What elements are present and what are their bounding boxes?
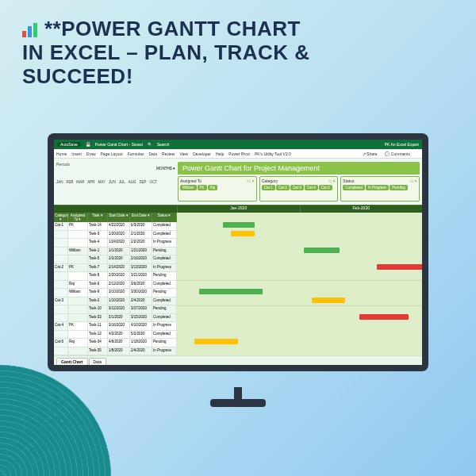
month-btn[interactable]: SEP — [140, 180, 147, 184]
table-row[interactable]: Cat-2PKTask-72/14/20203/13/2020In Progre… — [54, 264, 177, 273]
table-row[interactable]: Cat-4PKTask-113/16/20204/10/2020In Progr… — [54, 322, 177, 331]
month-col-feb: Feb-2020 — [300, 205, 423, 213]
autosave-toggle[interactable]: AutoSave — [57, 142, 81, 147]
col-header[interactable]: Category ▾ — [54, 213, 68, 222]
table-row[interactable]: Task-332/1/20203/15/2020Completed — [54, 314, 177, 323]
bar-chart-icon — [22, 23, 38, 37]
excel-window: AutoSave 💾 Power Gantt Chart - Saved 🔍Se… — [54, 140, 422, 365]
monitor-frame: AutoSave 💾 Power Gantt Chart - Saved 🔍Se… — [48, 133, 428, 407]
month-btn[interactable]: MAY — [98, 180, 106, 184]
headline: **POWER GANTT CHART IN EXCEL – PLAN, TRA… — [0, 0, 476, 100]
month-btn[interactable]: JUL — [119, 180, 125, 184]
slicers-area: Power Gantt Chart for Project Management… — [178, 162, 420, 202]
ribbon-tab[interactable]: Insert — [71, 152, 82, 156]
table-row[interactable]: Task-351/8/20202/4/2020In Progress — [54, 347, 177, 356]
ribbon-tab[interactable]: Draw — [86, 152, 96, 156]
table-row[interactable]: Task-124/2/20205/2/2020Completed — [54, 331, 177, 340]
gantt-bar[interactable] — [312, 298, 345, 303]
col-header[interactable]: Status ▾ — [152, 213, 177, 222]
slicer-chip[interactable]: Pending — [390, 185, 408, 190]
gantt-bar[interactable] — [231, 231, 255, 236]
comments-button[interactable]: 💬 Comments — [385, 152, 410, 156]
slicer-chip[interactable]: William — [180, 185, 197, 190]
month-btn[interactable]: FEB — [67, 180, 74, 184]
month-btn[interactable]: MAR — [76, 180, 84, 184]
col-header[interactable]: Task ▾ — [88, 213, 108, 222]
share-button[interactable]: ↗ Share — [363, 152, 378, 156]
ribbon-tab[interactable]: Help — [216, 152, 224, 156]
table-row[interactable]: WilliamTask-93/10/20203/30/2020Pending — [54, 289, 177, 298]
slicer-chip[interactable]: Completed — [343, 185, 365, 190]
table-row[interactable]: RajTask-62/12/20203/6/2020Completed — [54, 281, 177, 290]
periods-panel: Periods MONTHS ▾ JANFEBMARAPRMAYJUNJULAU… — [56, 162, 175, 202]
col-header[interactable]: Start Date ▾ — [108, 213, 130, 222]
slicer-chip[interactable]: PK — [198, 185, 207, 190]
table-row[interactable]: Task-31/20/20202/1/2020Completed — [54, 231, 177, 240]
ribbon-tab[interactable]: Page Layout — [101, 152, 123, 156]
tab-data[interactable]: Data — [89, 358, 107, 365]
month-buttons: JANFEBMARAPRMAYJUNJULAUGSEPOCT — [56, 180, 175, 184]
month-btn[interactable]: AUG — [129, 180, 136, 184]
ribbon: HomeInsertDrawPage LayoutFormulasDataRev… — [54, 149, 422, 159]
ribbon-tab[interactable]: Power Pivot — [228, 152, 250, 156]
save-icon[interactable]: 💾 — [86, 142, 90, 147]
ribbon-tab[interactable]: View — [179, 152, 188, 156]
gantt-grid: Jan-2020 Feb-2020 Category ▾Assigned To … — [54, 205, 422, 355]
task-table: Category ▾Assigned To ▾Task ▾Start Date … — [54, 213, 177, 355]
headline-line3: SUCCEED! — [22, 64, 133, 88]
table-row[interactable]: WilliamTask-11/1/20201/21/2020Pending — [54, 248, 177, 256]
filter-icon[interactable]: ⚏ ✕ — [247, 178, 254, 183]
col-header[interactable]: Assigned To ▾ — [68, 213, 88, 222]
chart-title: Power Gantt Chart for Project Management — [178, 162, 420, 175]
slicer-chip[interactable]: Cat-3 — [290, 185, 304, 190]
gantt-bar[interactable] — [199, 289, 263, 294]
sheet-tabs: Gantt Chart Data — [54, 355, 422, 365]
ribbon-tab[interactable]: Home — [56, 152, 67, 156]
periods-dropdown[interactable]: MONTHS — [156, 167, 172, 171]
date-header: Jan-2020 Feb-2020 — [54, 205, 422, 213]
filter-icon[interactable]: ⚏ ✕ — [410, 178, 417, 183]
headline-line2: IN EXCEL – PLAN, TRACK & — [22, 40, 310, 64]
table-row[interactable]: Task-82/20/20203/21/2020Pending — [54, 272, 177, 281]
ribbon-tab[interactable]: Data — [148, 152, 157, 156]
monitor-stand — [210, 387, 266, 407]
month-col-jan: Jan-2020 — [177, 205, 300, 213]
slicer-chip[interactable]: Raj — [208, 185, 218, 190]
gantt-bar[interactable] — [194, 339, 238, 344]
month-btn[interactable]: JAN — [56, 180, 63, 184]
month-btn[interactable]: OCT — [150, 180, 158, 184]
monitor-bezel: AutoSave 💾 Power Gantt Chart - Saved 🔍Se… — [48, 133, 428, 371]
slicer-assigned[interactable]: Assigned To⚏ ✕ WilliamPKRaj — [178, 176, 257, 202]
table-row[interactable]: Task-103/12/20203/27/2020Pending — [54, 305, 177, 314]
gantt-bar[interactable] — [304, 248, 340, 253]
filter-icon[interactable]: ⚏ ✕ — [328, 178, 336, 183]
month-btn[interactable]: APR — [87, 180, 94, 184]
table-row[interactable]: Cat-1PKTask-144/22/20206/3/2020Completed — [54, 222, 177, 231]
slicer-chip[interactable]: Cat-1 — [262, 185, 275, 190]
gantt-bar[interactable] — [377, 264, 422, 270]
title-bar: AutoSave 💾 Power Gantt Chart - Saved 🔍Se… — [54, 140, 422, 149]
month-btn[interactable]: JUN — [109, 180, 116, 184]
tab-gantt-chart[interactable]: Gantt Chart — [56, 358, 88, 365]
gantt-bar[interactable] — [359, 314, 409, 320]
slicer-chip[interactable]: In Progress — [366, 185, 389, 190]
table-row[interactable]: Task-52/2/20202/16/2020Completed — [54, 255, 177, 264]
table-row[interactable]: Cat-3Task-21/10/20202/4/2020Completed — [54, 298, 177, 306]
ribbon-tab[interactable]: Developer — [193, 152, 211, 156]
table-row[interactable]: Task-41/24/20202/2/2020In Progress — [54, 239, 177, 248]
slicer-status[interactable]: Status⚏ ✕ CompletedIn ProgressPending — [340, 176, 420, 202]
gantt-area[interactable] — [177, 213, 422, 355]
slicer-status-title: Status — [343, 178, 354, 183]
slicer-chip[interactable]: Cat-5 — [319, 185, 332, 190]
gantt-bar[interactable] — [223, 222, 255, 228]
headline-line1: **POWER GANTT CHART — [44, 17, 301, 40]
slicer-chip[interactable]: Cat-4 — [305, 185, 318, 190]
ribbon-tab[interactable]: PK's Utility Tool V2.0 — [255, 152, 291, 156]
slicer-category[interactable]: Category⚏ ✕ Cat-1Cat-2Cat-3Cat-4Cat-5 — [259, 176, 339, 202]
slicer-chip[interactable]: Cat-2 — [276, 185, 290, 190]
ribbon-tab[interactable]: Review — [162, 152, 175, 156]
table-row[interactable]: Cat-5RajTask-344/8/20201/18/2020Pending — [54, 339, 177, 347]
col-header[interactable]: End Date ▾ — [130, 213, 152, 222]
search-box[interactable]: Search — [157, 142, 170, 147]
ribbon-tab[interactable]: Formulas — [128, 152, 144, 156]
